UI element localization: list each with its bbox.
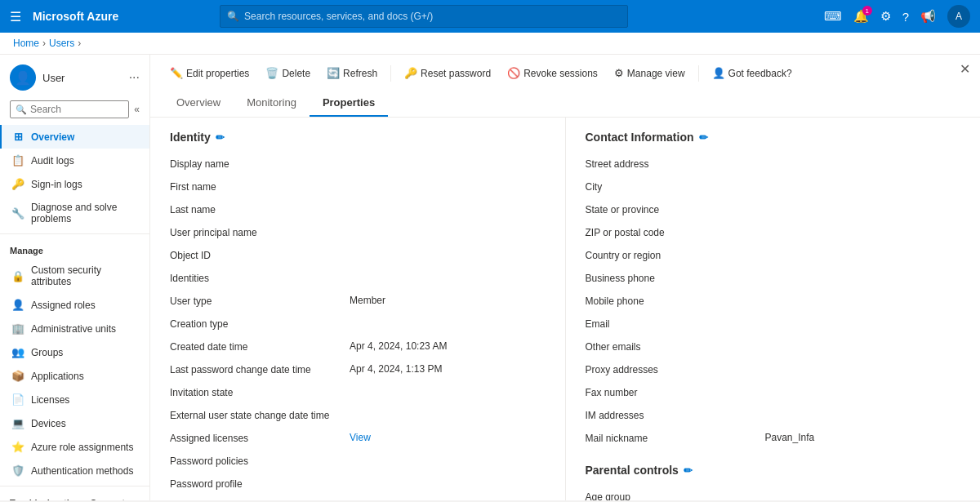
prop-label-last-name: Last name bbox=[170, 203, 350, 215]
prop-upn: User principal name bbox=[170, 222, 546, 245]
prop-label-user-type: User type bbox=[170, 295, 350, 307]
reset-pw-label: Reset password bbox=[421, 68, 491, 79]
sidebar-item-sign-in-logs[interactable]: 🔑 Sign-in logs bbox=[0, 172, 149, 196]
prop-state: State or province bbox=[586, 199, 961, 222]
hamburger-icon[interactable]: ☰ bbox=[10, 9, 21, 24]
settings-icon[interactable]: ⚙ bbox=[880, 9, 891, 24]
prop-zip: ZIP or postal code bbox=[586, 222, 961, 245]
notifications-wrapper: 🔔 1 bbox=[853, 9, 869, 24]
sidebar-item-applications[interactable]: 📦 Applications bbox=[0, 364, 149, 388]
sidebar-item-admin-units[interactable]: 🏢 Administrative units bbox=[0, 317, 149, 340]
top-navigation: ☰ Microsoft Azure 🔍 ⌨ 🔔 1 ⚙ ? 📢 A bbox=[0, 0, 980, 33]
properties-left-column: Identity ✏ Display name First name Last … bbox=[150, 118, 566, 500]
identity-edit-icon[interactable]: ✏ bbox=[216, 131, 225, 144]
main-layout: 👤 User ··· 🔍 « ⊞ Overview 📋 Audit logs 🔑… bbox=[0, 55, 980, 500]
prop-im-addresses: IM addresses bbox=[586, 405, 961, 428]
tab-monitoring[interactable]: Monitoring bbox=[234, 90, 310, 117]
prop-label-created-date: Created date time bbox=[170, 340, 350, 353]
revoke-sessions-button[interactable]: 🚫 Revoke sessions bbox=[501, 63, 604, 83]
manage-view-button[interactable]: ⚙ Manage view bbox=[608, 63, 692, 83]
prop-label-pw-policies: Password policies bbox=[170, 455, 350, 467]
sidebar-item-label-applications: Applications bbox=[31, 371, 84, 382]
contact-edit-icon[interactable]: ✏ bbox=[699, 131, 708, 144]
tab-overview[interactable]: Overview bbox=[163, 90, 234, 117]
sidebar-item-azure-roles[interactable]: ⭐ Azure role assignments bbox=[0, 435, 149, 459]
reset-password-button[interactable]: 🔑 Reset password bbox=[398, 63, 497, 83]
prop-label-upn: User principal name bbox=[170, 226, 350, 238]
prop-value-assigned-licenses[interactable]: View bbox=[350, 432, 546, 443]
azure-roles-icon: ⭐ bbox=[11, 441, 24, 453]
delete-icon: 🗑️ bbox=[265, 67, 278, 79]
audit-logs-icon: 📋 bbox=[11, 154, 24, 167]
edit-icon: ✏️ bbox=[170, 67, 183, 79]
prop-label-creation-type: Creation type bbox=[170, 318, 350, 330]
parental-edit-icon[interactable]: ✏ bbox=[684, 464, 693, 477]
prop-assigned-licenses: Assigned licenses View bbox=[170, 428, 546, 451]
breadcrumb-home[interactable]: Home bbox=[13, 38, 39, 49]
help-icon[interactable]: ? bbox=[902, 10, 909, 24]
sidebar-item-label-groups: Groups bbox=[31, 347, 63, 358]
sidebar-item-custom-security[interactable]: 🔒 Custom security attributes bbox=[0, 259, 149, 293]
prop-age-group: Age group bbox=[586, 486, 961, 500]
sidebar-item-label-audit-logs: Audit logs bbox=[31, 155, 74, 167]
groups-icon: 👥 bbox=[11, 346, 24, 358]
delete-button[interactable]: 🗑️ Delete bbox=[259, 63, 317, 83]
breadcrumb-sep1: › bbox=[42, 38, 46, 49]
prop-invitation-state: Invitation state bbox=[170, 382, 546, 405]
search-input[interactable] bbox=[244, 11, 621, 22]
prop-value-created-date: Apr 4, 2024, 10:23 AM bbox=[350, 340, 546, 352]
edit-properties-button[interactable]: ✏️ Edit properties bbox=[163, 63, 256, 83]
sidebar-item-auth-methods[interactable]: 🛡️ Authentication methods bbox=[0, 459, 149, 482]
diagnose-icon: 🔧 bbox=[11, 207, 24, 220]
sign-in-icon: 🔑 bbox=[11, 178, 24, 190]
prop-last-name: Last name bbox=[170, 199, 546, 222]
global-search[interactable]: 🔍 bbox=[220, 5, 628, 28]
sidebar-item-licenses[interactable]: 📄 Licenses bbox=[0, 388, 149, 411]
prop-biz-phone: Business phone bbox=[586, 268, 961, 291]
revoke-label: Revoke sessions bbox=[523, 68, 598, 79]
sidebar-item-groups[interactable]: 👥 Groups bbox=[0, 340, 149, 364]
prop-label-city: City bbox=[586, 180, 765, 193]
sidebar-ellipsis[interactable]: ··· bbox=[129, 70, 140, 85]
refresh-button[interactable]: 🔄 Refresh bbox=[320, 63, 384, 83]
prop-label-email: Email bbox=[586, 318, 765, 330]
feedback-icon[interactable]: 📢 bbox=[920, 9, 936, 24]
sidebar-item-overview[interactable]: ⊞ Overview bbox=[0, 125, 149, 149]
prop-label-proxy: Proxy addresses bbox=[586, 363, 765, 375]
prop-label-age-group: Age group bbox=[586, 491, 765, 500]
sidebar-item-label-devices: Devices bbox=[31, 418, 66, 429]
sidebar-item-devices[interactable]: 💻 Devices bbox=[0, 411, 149, 435]
sidebar-item-diagnose[interactable]: 🔧 Diagnose and solve problems bbox=[0, 196, 149, 230]
sidebar-search-row: 🔍 « bbox=[0, 97, 149, 125]
manage-view-label: Manage view bbox=[627, 68, 685, 79]
reset-pw-icon: 🔑 bbox=[404, 67, 417, 79]
sidebar-item-label-azure-roles: Azure role assignments bbox=[31, 442, 133, 453]
prop-user-type: User type Member bbox=[170, 291, 546, 313]
avatar[interactable]: A bbox=[947, 5, 970, 28]
sidebar-search-box[interactable]: 🔍 bbox=[10, 100, 129, 118]
tab-properties[interactable]: Properties bbox=[310, 90, 388, 117]
breadcrumb-users[interactable]: Users bbox=[49, 38, 74, 49]
prop-label-mail-nickname: Mail nickname bbox=[586, 432, 765, 444]
prop-label-last-pw-change: Last password change date time bbox=[170, 363, 350, 375]
prop-mail-nickname: Mail nickname Pavan_Infa bbox=[586, 428, 961, 451]
prop-label-other-emails: Other emails bbox=[586, 340, 765, 353]
sidebar-item-assigned-roles[interactable]: 👤 Assigned roles bbox=[0, 293, 149, 317]
feedback-button[interactable]: 👤 Got feedback? bbox=[706, 63, 799, 83]
close-button[interactable]: ✕ bbox=[960, 61, 970, 77]
identity-title-text: Identity bbox=[170, 131, 211, 144]
sidebar-collapse-icon[interactable]: « bbox=[134, 104, 140, 115]
sidebar-item-audit-logs[interactable]: 📋 Audit logs bbox=[0, 149, 149, 172]
prop-label-mobile: Mobile phone bbox=[586, 295, 765, 307]
cloud-shell-icon[interactable]: ⌨ bbox=[824, 9, 842, 24]
assigned-roles-icon: 👤 bbox=[11, 299, 24, 311]
sidebar-item-label-auth-methods: Authentication methods bbox=[31, 465, 133, 477]
sidebar-search-input[interactable] bbox=[30, 104, 123, 115]
prop-label-biz-phone: Business phone bbox=[586, 272, 765, 284]
properties-right-column: Contact Information ✏ Street address Cit… bbox=[566, 118, 981, 500]
prop-street-address: Street address bbox=[586, 153, 961, 176]
manage-section-label: Manage bbox=[0, 238, 149, 259]
prop-label-country: Country or region bbox=[586, 249, 765, 261]
toolbar-divider-1 bbox=[390, 65, 391, 82]
notification-count: 1 bbox=[862, 6, 872, 16]
